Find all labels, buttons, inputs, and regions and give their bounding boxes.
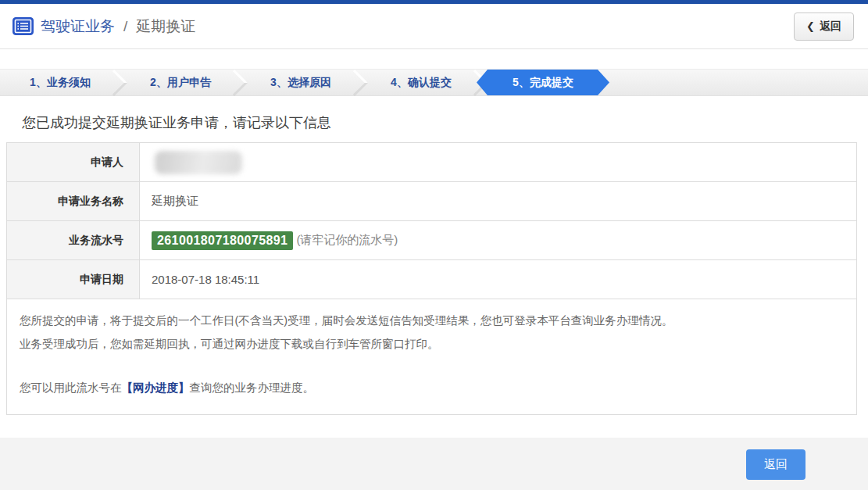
row-label: 申请业务名称 — [7, 182, 140, 220]
footer-back-button[interactable]: 返回 — [746, 449, 805, 480]
row-value: 延期换证 — [140, 182, 856, 220]
serial-number-note: (请牢记你的流水号) — [296, 233, 398, 248]
page-title-category: 驾驶证业务 — [41, 16, 115, 37]
success-message: 您已成功提交延期换证业务申请，请记录以下信息 — [22, 113, 868, 132]
row-value: 2018-07-18 18:45:11 — [140, 260, 856, 299]
note-line-3-suffix: 查询您的业务办理进度。 — [190, 381, 315, 394]
notes-section: 您所提交的申请，将于提交后的一个工作日(不含当天)受理，届时会发送短信告知受理结… — [7, 299, 856, 414]
table-row-business-name: 申请业务名称 延期换证 — [7, 182, 856, 221]
breadcrumb-separator: / — [123, 18, 127, 35]
serial-number-badge: 261001807180075891 — [152, 231, 293, 250]
page-header: 驾驶证业务 / 延期换证 ❮ 返回 — [0, 4, 868, 49]
result-panel: 申请人 申请业务名称 延期换证 业务流水号 261001807180075891… — [6, 142, 857, 415]
step-3-select-reason[interactable]: 3、选择原因 — [241, 70, 361, 95]
wizard-steps: 1、业务须知 2、用户申告 3、选择原因 4、确认提交 5、完成提交 — [0, 69, 868, 96]
page-title-current: 延期换证 — [136, 16, 195, 37]
row-value: 261001807180075891 (请牢记你的流水号) — [140, 221, 856, 259]
redacted-applicant-name — [155, 151, 242, 174]
note-line-2: 业务受理成功后，您如需延期回执，可通过网办进度下载或自行到车管所窗口打印。 — [20, 333, 844, 356]
table-row-applicant: 申请人 — [7, 143, 856, 182]
note-line-1: 您所提交的申请，将于提交后的一个工作日(不含当天)受理，届时会发送短信告知受理结… — [20, 309, 844, 333]
note-line-3: 您可以用此流水号在【网办进度】查询您的业务办理进度。 — [20, 377, 844, 400]
step-4-confirm-submit[interactable]: 4、确认提交 — [361, 70, 481, 95]
row-label: 申请人 — [7, 143, 140, 181]
progress-menu-reference: 【网办进度】 — [122, 381, 190, 394]
step-5-complete-submit[interactable]: 5、完成提交 — [477, 70, 609, 95]
breadcrumb: 驾驶证业务 / 延期换证 — [13, 16, 195, 37]
footer-action-bar: 返回 — [0, 438, 868, 490]
list-icon — [13, 17, 34, 35]
step-2-user-declaration[interactable]: 2、用户申告 — [120, 70, 241, 95]
row-label: 申请日期 — [7, 260, 140, 299]
header-back-label: 返回 — [820, 20, 841, 34]
header-back-button[interactable]: ❮ 返回 — [794, 13, 854, 41]
row-label: 业务流水号 — [7, 221, 140, 259]
table-row-serial-number: 业务流水号 261001807180075891 (请牢记你的流水号) — [7, 221, 856, 260]
table-row-apply-date: 申请日期 2018-07-18 18:45:11 — [7, 260, 856, 299]
row-value — [140, 143, 856, 181]
note-line-3-prefix: 您可以用此流水号在 — [20, 381, 122, 394]
chevron-left-icon: ❮ — [806, 20, 815, 32]
step-1-business-notice[interactable]: 1、业务须知 — [0, 70, 120, 95]
